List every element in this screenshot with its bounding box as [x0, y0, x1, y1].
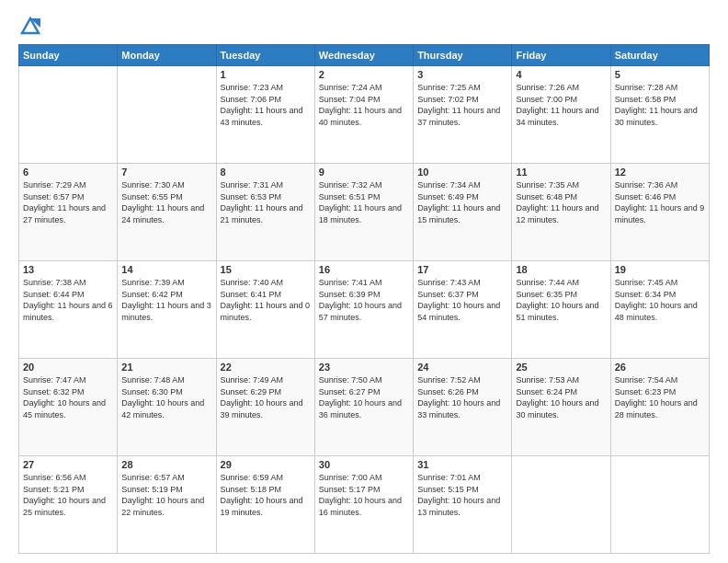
day-number: 18 — [516, 264, 606, 275]
day-number: 24 — [417, 362, 507, 373]
day-number: 22 — [221, 362, 311, 373]
calendar-cell: 13Sunrise: 7:38 AMSunset: 6:44 PMDayligh… — [19, 261, 118, 359]
day-info: Sunrise: 7:38 AMSunset: 6:44 PMDaylight:… — [23, 277, 113, 323]
calendar-cell: 2Sunrise: 7:24 AMSunset: 7:04 PMDaylight… — [314, 66, 413, 164]
calendar-cell — [19, 66, 118, 164]
calendar-cell — [118, 66, 216, 164]
day-info: Sunrise: 7:34 AMSunset: 6:49 PMDaylight:… — [417, 179, 507, 225]
day-number: 6 — [23, 167, 113, 178]
day-info: Sunrise: 6:57 AMSunset: 5:19 PMDaylight:… — [121, 472, 211, 518]
calendar-cell: 31Sunrise: 7:01 AMSunset: 5:15 PMDayligh… — [414, 456, 512, 554]
day-number: 16 — [319, 264, 409, 275]
day-number: 28 — [121, 459, 211, 470]
calendar-cell: 3Sunrise: 7:25 AMSunset: 7:02 PMDaylight… — [414, 66, 512, 164]
week-row-2: 6Sunrise: 7:29 AMSunset: 6:57 PMDaylight… — [19, 164, 710, 261]
calendar: SundayMondayTuesdayWednesdayThursdayFrid… — [18, 44, 710, 554]
calendar-cell: 11Sunrise: 7:35 AMSunset: 6:48 PMDayligh… — [512, 164, 610, 261]
day-info: Sunrise: 7:23 AMSunset: 7:06 PMDaylight:… — [221, 82, 311, 128]
day-number: 27 — [23, 459, 113, 470]
weekday-saturday: Saturday — [610, 45, 709, 66]
day-number: 5 — [615, 69, 705, 80]
day-info: Sunrise: 7:53 AMSunset: 6:24 PMDaylight:… — [516, 374, 606, 420]
day-info: Sunrise: 7:49 AMSunset: 6:29 PMDaylight:… — [221, 374, 311, 420]
header — [18, 15, 710, 35]
calendar-cell: 27Sunrise: 6:56 AMSunset: 5:21 PMDayligh… — [19, 456, 118, 554]
calendar-cell: 28Sunrise: 6:57 AMSunset: 5:19 PMDayligh… — [118, 456, 216, 554]
calendar-cell: 17Sunrise: 7:43 AMSunset: 6:37 PMDayligh… — [414, 261, 512, 359]
calendar-cell: 19Sunrise: 7:45 AMSunset: 6:34 PMDayligh… — [610, 261, 709, 359]
day-number: 31 — [417, 459, 507, 470]
day-info: Sunrise: 7:28 AMSunset: 6:58 PMDaylight:… — [615, 82, 705, 128]
day-number: 26 — [615, 362, 705, 373]
day-info: Sunrise: 7:47 AMSunset: 6:32 PMDaylight:… — [23, 374, 113, 420]
day-info: Sunrise: 7:25 AMSunset: 7:02 PMDaylight:… — [417, 82, 507, 128]
calendar-cell: 18Sunrise: 7:44 AMSunset: 6:35 PMDayligh… — [512, 261, 610, 359]
day-info: Sunrise: 7:44 AMSunset: 6:35 PMDaylight:… — [516, 277, 606, 323]
day-number: 3 — [417, 69, 507, 80]
weekday-header-row: SundayMondayTuesdayWednesdayThursdayFrid… — [19, 45, 710, 66]
day-number: 25 — [516, 362, 606, 373]
day-info: Sunrise: 7:30 AMSunset: 6:55 PMDaylight:… — [121, 179, 211, 225]
day-info: Sunrise: 6:59 AMSunset: 5:18 PMDaylight:… — [221, 472, 311, 518]
day-info: Sunrise: 7:48 AMSunset: 6:30 PMDaylight:… — [121, 374, 211, 420]
day-info: Sunrise: 7:52 AMSunset: 6:26 PMDaylight:… — [417, 374, 507, 420]
calendar-cell: 25Sunrise: 7:53 AMSunset: 6:24 PMDayligh… — [512, 359, 610, 456]
calendar-cell: 6Sunrise: 7:29 AMSunset: 6:57 PMDaylight… — [19, 164, 118, 261]
calendar-cell: 16Sunrise: 7:41 AMSunset: 6:39 PMDayligh… — [314, 261, 413, 359]
weekday-thursday: Thursday — [414, 45, 512, 66]
day-info: Sunrise: 7:35 AMSunset: 6:48 PMDaylight:… — [516, 179, 606, 225]
calendar-cell: 1Sunrise: 7:23 AMSunset: 7:06 PMDaylight… — [216, 66, 314, 164]
day-number: 17 — [417, 264, 507, 275]
weekday-friday: Friday — [512, 45, 610, 66]
week-row-5: 27Sunrise: 6:56 AMSunset: 5:21 PMDayligh… — [19, 456, 710, 554]
logo-icon — [20, 15, 40, 35]
calendar-cell: 23Sunrise: 7:50 AMSunset: 6:27 PMDayligh… — [314, 359, 413, 456]
day-number: 20 — [23, 362, 113, 373]
day-info: Sunrise: 7:50 AMSunset: 6:27 PMDaylight:… — [319, 374, 409, 420]
day-number: 2 — [319, 69, 409, 80]
week-row-3: 13Sunrise: 7:38 AMSunset: 6:44 PMDayligh… — [19, 261, 710, 359]
day-number: 4 — [516, 69, 606, 80]
day-number: 21 — [121, 362, 211, 373]
calendar-cell — [610, 456, 709, 554]
day-number: 12 — [615, 167, 705, 178]
weekday-sunday: Sunday — [19, 45, 118, 66]
calendar-cell — [512, 456, 610, 554]
calendar-cell: 4Sunrise: 7:26 AMSunset: 7:00 PMDaylight… — [512, 66, 610, 164]
weekday-wednesday: Wednesday — [314, 45, 413, 66]
calendar-cell: 22Sunrise: 7:49 AMSunset: 6:29 PMDayligh… — [216, 359, 314, 456]
day-info: Sunrise: 7:31 AMSunset: 6:53 PMDaylight:… — [221, 179, 311, 225]
calendar-cell: 9Sunrise: 7:32 AMSunset: 6:51 PMDaylight… — [314, 164, 413, 261]
day-number: 13 — [23, 264, 113, 275]
day-info: Sunrise: 7:54 AMSunset: 6:23 PMDaylight:… — [615, 374, 705, 420]
day-number: 19 — [615, 264, 705, 275]
day-number: 29 — [221, 459, 311, 470]
day-number: 23 — [319, 362, 409, 373]
week-row-4: 20Sunrise: 7:47 AMSunset: 6:32 PMDayligh… — [19, 359, 710, 456]
calendar-cell: 30Sunrise: 7:00 AMSunset: 5:17 PMDayligh… — [314, 456, 413, 554]
day-info: Sunrise: 7:45 AMSunset: 6:34 PMDaylight:… — [615, 277, 705, 323]
calendar-cell: 8Sunrise: 7:31 AMSunset: 6:53 PMDaylight… — [216, 164, 314, 261]
day-info: Sunrise: 7:36 AMSunset: 6:46 PMDaylight:… — [615, 179, 705, 225]
day-number: 8 — [221, 167, 311, 178]
day-number: 10 — [417, 167, 507, 178]
weekday-monday: Monday — [118, 45, 216, 66]
day-info: Sunrise: 7:01 AMSunset: 5:15 PMDaylight:… — [417, 472, 507, 518]
day-info: Sunrise: 7:29 AMSunset: 6:57 PMDaylight:… — [23, 179, 113, 225]
day-info: Sunrise: 6:56 AMSunset: 5:21 PMDaylight:… — [23, 472, 113, 518]
day-number: 11 — [516, 167, 606, 178]
calendar-cell: 5Sunrise: 7:28 AMSunset: 6:58 PMDaylight… — [610, 66, 709, 164]
weekday-tuesday: Tuesday — [216, 45, 314, 66]
day-number: 1 — [221, 69, 311, 80]
day-number: 14 — [121, 264, 211, 275]
day-info: Sunrise: 7:41 AMSunset: 6:39 PMDaylight:… — [319, 277, 409, 323]
week-row-1: 1Sunrise: 7:23 AMSunset: 7:06 PMDaylight… — [19, 66, 710, 164]
calendar-cell: 15Sunrise: 7:40 AMSunset: 6:41 PMDayligh… — [216, 261, 314, 359]
calendar-cell: 24Sunrise: 7:52 AMSunset: 6:26 PMDayligh… — [414, 359, 512, 456]
logo — [18, 15, 40, 35]
day-info: Sunrise: 7:39 AMSunset: 6:42 PMDaylight:… — [121, 277, 211, 323]
calendar-table: SundayMondayTuesdayWednesdayThursdayFrid… — [18, 44, 710, 554]
day-number: 9 — [319, 167, 409, 178]
calendar-cell: 26Sunrise: 7:54 AMSunset: 6:23 PMDayligh… — [610, 359, 709, 456]
day-number: 15 — [221, 264, 311, 275]
